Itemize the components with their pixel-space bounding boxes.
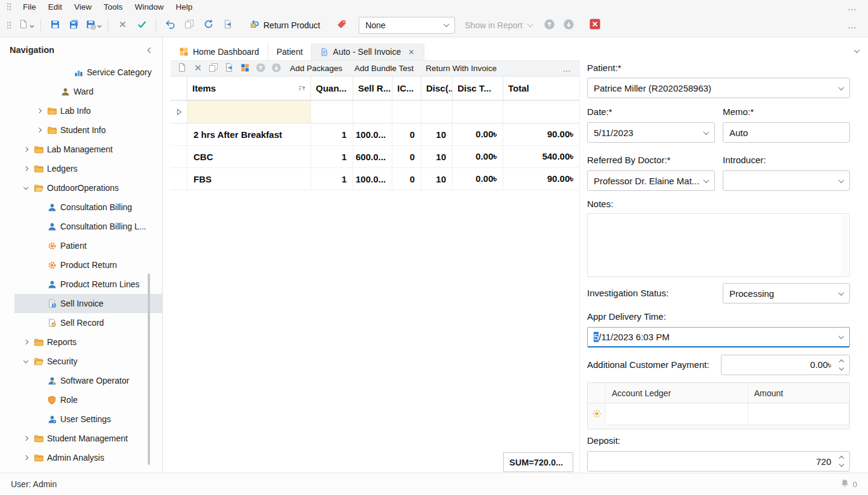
column-header-total[interactable]: Total bbox=[503, 76, 579, 100]
deposit-spinner[interactable]: 720 bbox=[587, 451, 850, 472]
column-header-quantity[interactable]: Quan... bbox=[311, 76, 353, 100]
sidebar-item-reports[interactable]: Reports bbox=[0, 332, 162, 352]
copy-button[interactable] bbox=[181, 17, 197, 33]
sidebar-collapse-button[interactable] bbox=[148, 48, 153, 52]
export-button[interactable] bbox=[220, 17, 236, 33]
cell-disc-percent[interactable]: 10 bbox=[421, 168, 453, 190]
menu-item-edit[interactable]: Edit bbox=[42, 2, 68, 11]
tree-expand-chevron[interactable] bbox=[22, 434, 30, 443]
appr-delivery-time-input[interactable]: 5/11/2023 6:03 PM bbox=[587, 327, 850, 347]
cell-ic[interactable]: 0 bbox=[392, 168, 421, 190]
column-header-disc-total[interactable]: Disc T... bbox=[453, 76, 503, 100]
sidebar-item-patient[interactable]: Patient bbox=[0, 236, 162, 255]
cell-items[interactable]: FBS bbox=[187, 168, 311, 190]
tab-auto-sell-invoice[interactable]: Auto - Sell Invoice bbox=[312, 43, 424, 60]
filter-cell-disc-percent[interactable] bbox=[421, 101, 453, 123]
filter-cell-ic[interactable] bbox=[392, 101, 421, 123]
menu-item-view[interactable]: View bbox=[68, 2, 98, 11]
sidebar-item-consultation-billing-l[interactable]: Consultation Billing L... bbox=[0, 217, 162, 236]
tree-expand-chevron[interactable] bbox=[35, 107, 43, 115]
copy-row-button[interactable] bbox=[206, 61, 221, 75]
column-header-sell-rate[interactable]: Sell R... bbox=[353, 76, 392, 100]
sidebar-item-product-return[interactable]: Product Return bbox=[0, 255, 162, 275]
notes-textarea[interactable] bbox=[587, 213, 850, 277]
ledger-amount-cell[interactable] bbox=[748, 403, 849, 425]
referred-by-doctor-combobox[interactable]: Professor Dr. Elaine Mat... bbox=[587, 170, 715, 191]
move-up-button[interactable] bbox=[253, 61, 268, 75]
cell-disc-total[interactable]: 0.00৳ bbox=[453, 168, 503, 190]
cell-sell-rate[interactable]: 100.0... bbox=[353, 168, 392, 190]
column-header-items[interactable]: Items bbox=[187, 76, 311, 100]
cell-items[interactable]: CBC bbox=[187, 146, 311, 168]
sidebar-item-role[interactable]: Role bbox=[0, 390, 162, 409]
save-all-button[interactable] bbox=[66, 17, 82, 33]
menu-item-window[interactable]: Window bbox=[129, 2, 170, 11]
sidebar-item-consultation-billing[interactable]: Consultation Billing bbox=[0, 198, 162, 217]
menubar-grip-icon[interactable] bbox=[6, 2, 12, 11]
introducer-combobox[interactable] bbox=[723, 170, 850, 191]
sidebar-item-user-settings[interactable]: User Settings bbox=[0, 409, 162, 429]
filter-cell-items[interactable] bbox=[187, 101, 311, 123]
cell-sell-rate[interactable]: 600.0... bbox=[353, 146, 392, 168]
spinner-up-icon[interactable] bbox=[839, 456, 844, 461]
cell-ic[interactable]: 0 bbox=[392, 123, 421, 146]
return-with-invoice-button[interactable]: Return With Invoice bbox=[420, 61, 503, 76]
tree-collapse-chevron[interactable] bbox=[22, 357, 30, 366]
cell-total[interactable]: 540.00৳ bbox=[503, 146, 579, 168]
ledger-new-row[interactable] bbox=[588, 403, 849, 425]
cell-sell-rate[interactable]: 100.0... bbox=[353, 123, 392, 146]
additional-customer-payment-spinner[interactable]: 0.00৳ bbox=[721, 355, 850, 375]
sidebar-item-lab-info[interactable]: Lab Info bbox=[0, 101, 162, 120]
menu-item-file[interactable]: File bbox=[17, 2, 42, 11]
tree-expand-chevron[interactable] bbox=[22, 164, 30, 173]
cell-total[interactable]: 90.00৳ bbox=[503, 123, 579, 146]
tag-filter-combobox[interactable]: None bbox=[359, 17, 455, 34]
cell-disc-percent[interactable]: 10 bbox=[421, 146, 453, 168]
grid-row-cbc[interactable]: CBC1600.0...0100.00৳540.00৳ bbox=[171, 146, 579, 168]
sidebar-item-sell-invoice[interactable]: $Sell Invoice bbox=[0, 294, 162, 313]
filter-cell-quantity[interactable] bbox=[311, 101, 353, 123]
new-document-button[interactable] bbox=[19, 17, 34, 33]
cell-items[interactable]: 2 hrs After Breakfast bbox=[187, 123, 311, 146]
menu-item-tools[interactable]: Tools bbox=[98, 2, 129, 11]
delete-row-button[interactable] bbox=[190, 61, 206, 75]
spinner-up-icon[interactable] bbox=[839, 360, 844, 364]
sidebar-item-product-return-lines[interactable]: Product Return Lines bbox=[0, 275, 162, 294]
sidebar-item-outdooroperations[interactable]: OutdoorOperations bbox=[0, 178, 162, 198]
toolbar-overflow-button[interactable]: … bbox=[843, 20, 862, 30]
investigation-status-combobox[interactable]: Processing bbox=[723, 283, 850, 304]
grid-row-fbs[interactable]: FBS1100.0...0100.00৳90.00৳ bbox=[171, 168, 579, 190]
cell-quantity[interactable]: 1 bbox=[311, 123, 353, 146]
cell-quantity[interactable]: 1 bbox=[311, 146, 353, 168]
new-row-button[interactable] bbox=[174, 61, 190, 75]
menubar-overflow-button[interactable]: … bbox=[843, 2, 862, 12]
cell-disc-total[interactable]: 0.00৳ bbox=[453, 123, 503, 146]
tree-expand-chevron[interactable] bbox=[35, 126, 43, 134]
move-down-button[interactable] bbox=[268, 61, 284, 75]
cell-total[interactable]: 90.00৳ bbox=[503, 168, 579, 190]
notification-bell-icon[interactable] bbox=[840, 479, 849, 490]
tree-expand-chevron[interactable] bbox=[22, 453, 30, 462]
cell-disc-total[interactable]: 0.00৳ bbox=[453, 146, 503, 168]
save-button[interactable] bbox=[47, 17, 63, 33]
sidebar-item-security[interactable]: Security bbox=[0, 352, 162, 371]
patient-combobox[interactable]: Patrice Miller (R2020258963) bbox=[587, 78, 850, 98]
spin-buttons[interactable] bbox=[836, 456, 843, 466]
date-picker[interactable]: 5/11/2023 bbox=[587, 122, 715, 143]
sidebar-item-service-category[interactable]: Service Category bbox=[0, 63, 162, 82]
grid-new-item-row[interactable] bbox=[171, 101, 579, 123]
add-bundle-test-button[interactable]: Add Bundle Test bbox=[348, 61, 420, 76]
tab-home-dashboard[interactable]: Home Dashboard bbox=[171, 43, 268, 60]
spinner-down-icon[interactable] bbox=[839, 366, 844, 370]
sidebar-item-ledgers[interactable]: Ledgers bbox=[0, 159, 162, 178]
apply-button[interactable] bbox=[134, 17, 149, 33]
navigate-down-button[interactable] bbox=[561, 17, 577, 33]
close-view-button[interactable] bbox=[587, 17, 603, 33]
return-product-button[interactable]: Return Product bbox=[246, 17, 324, 33]
tree-expand-chevron[interactable] bbox=[22, 338, 30, 346]
filter-cell-sell-rate[interactable] bbox=[353, 101, 392, 123]
sidebar-item-student-management[interactable]: Student Management bbox=[0, 429, 162, 448]
grid-row-2-hrs-after-breakfast[interactable]: 2 hrs After Breakfast1100.0...0100.00৳90… bbox=[171, 123, 579, 146]
menu-item-help[interactable]: Help bbox=[170, 2, 199, 11]
toolbar-grip-icon[interactable] bbox=[6, 20, 12, 30]
